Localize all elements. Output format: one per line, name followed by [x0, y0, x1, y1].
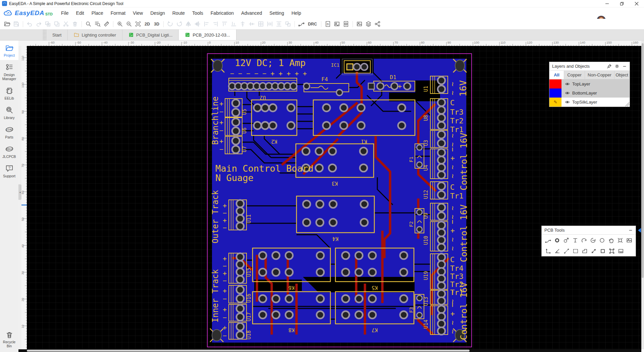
menu-format[interactable]: Format [107, 8, 129, 18]
pcbtool-circle-button[interactable] [598, 236, 607, 245]
pad[interactable] [438, 156, 445, 164]
pad[interactable] [317, 311, 324, 318]
pad[interactable] [236, 268, 244, 276]
tool-align-bottom-button[interactable] [229, 20, 238, 28]
silkscreen-text[interactable]: ~ ~ + − [448, 220, 457, 251]
silkscreen-text[interactable]: K3 [332, 180, 338, 186]
tool-merge-grid-button[interactable] [256, 20, 265, 28]
pad[interactable] [342, 269, 349, 276]
tool-route-button[interactable] [297, 20, 306, 28]
pad[interactable] [285, 311, 293, 318]
pad[interactable] [361, 200, 368, 208]
silkscreen-text[interactable]: − [223, 313, 227, 321]
pad[interactable] [369, 295, 376, 302]
pcb-tools-header[interactable]: PCB Tools [542, 226, 636, 235]
sidebar-item-design-manager[interactable]: Design Manager [0, 60, 18, 83]
silkscreen-text[interactable]: U11 [246, 214, 252, 223]
pad[interactable] [254, 104, 261, 111]
tool-align-top-button[interactable] [220, 20, 229, 28]
close-button[interactable] [629, 0, 644, 7]
pin-icon[interactable] [607, 64, 612, 69]
pad[interactable] [287, 122, 294, 129]
pad[interactable] [417, 210, 422, 215]
pcbtool-track-button[interactable] [544, 236, 553, 245]
silkscreen-text[interactable]: Inner Track [211, 269, 220, 322]
silkscreen-text[interactable]: K2 [271, 138, 277, 144]
silkscreen-text[interactable]: F3 [409, 307, 414, 313]
silkscreen-text[interactable]: K4 [332, 236, 338, 242]
pad[interactable] [236, 323, 244, 331]
silkscreen-text[interactable]: K6 [288, 285, 294, 291]
pad[interactable] [316, 219, 324, 226]
pad[interactable] [438, 268, 445, 275]
menu-route[interactable]: Route [169, 8, 189, 18]
pad[interactable] [232, 109, 239, 116]
tab-pcb-digital-ligti-[interactable]: PCB_Digital Ligti... [122, 30, 179, 40]
silkscreen-text[interactable]: + [223, 287, 227, 295]
tool-flip-h-button[interactable] [184, 20, 193, 28]
pad[interactable] [303, 200, 310, 208]
pad[interactable] [329, 219, 337, 226]
menu-setting[interactable]: Setting [266, 8, 288, 18]
layers-panel-header[interactable]: Layers and Objects [549, 62, 630, 71]
tool-image-export-button[interactable] [355, 20, 364, 28]
tool-bom-doc-button[interactable]: B [323, 20, 332, 28]
silkscreen-text[interactable]: U6 [241, 127, 248, 133]
silkscreen-text[interactable]: − [223, 332, 227, 340]
pad[interactable] [438, 85, 445, 93]
sidebar-item-support[interactable]: ?Support [0, 161, 18, 181]
pad[interactable] [262, 104, 269, 111]
pad[interactable] [438, 114, 445, 122]
tool-find-filter-button[interactable] [93, 20, 102, 28]
pad[interactable] [398, 122, 406, 129]
pad[interactable] [438, 236, 445, 244]
tool-measure-board-button[interactable] [102, 20, 111, 28]
tool-zoom-fit-button[interactable] [133, 20, 143, 28]
collapse-panel-icon[interactable] [622, 64, 627, 69]
silkscreen-text[interactable]: U10 [423, 236, 429, 245]
pad[interactable] [438, 77, 445, 84]
pad[interactable] [360, 164, 367, 172]
silkscreen-text[interactable]: K7 [372, 327, 378, 333]
pad[interactable] [438, 327, 445, 335]
pad[interactable] [303, 219, 310, 226]
pad[interactable] [355, 252, 363, 259]
pad[interactable] [323, 122, 330, 129]
pcbtool-text-button[interactable] [571, 236, 580, 245]
pad[interactable] [398, 104, 406, 111]
pad[interactable] [232, 127, 239, 135]
tab-pcb-2020-12-03-[interactable]: PCB_2020-12-03... [179, 30, 236, 40]
tool-undo-button[interactable] [25, 20, 34, 28]
pad[interactable] [357, 104, 365, 111]
sidebar-collapse-handle[interactable]: ◂ [18, 184, 21, 200]
pad[interactable] [438, 275, 445, 282]
silkscreen-text[interactable]: U18 [246, 330, 252, 339]
pad[interactable] [236, 200, 244, 207]
tool-zoom-out-button[interactable] [124, 20, 133, 28]
menu-tools[interactable]: Tools [189, 8, 207, 18]
silkscreen-text[interactable]: + [223, 305, 227, 313]
pad[interactable] [355, 295, 363, 302]
easyeda-logo[interactable]: EasyEDA STD [3, 9, 53, 17]
silkscreen-text[interactable]: 16V [458, 80, 468, 97]
tool-copy-add-button[interactable] [43, 20, 52, 28]
right-panel-expand-arrow[interactable] [638, 228, 641, 233]
layer-color-swatch[interactable]: ✎ [549, 98, 561, 107]
silkscreen-text[interactable]: U9 [423, 213, 429, 219]
menu-design[interactable]: Design [147, 8, 169, 18]
pad[interactable] [438, 313, 445, 320]
silkscreen-text[interactable]: ~ ~ [448, 82, 457, 95]
silkscreen-text[interactable]: − [219, 108, 223, 116]
pad[interactable] [342, 295, 349, 302]
pad[interactable] [438, 261, 445, 268]
menu-place[interactable]: Place [88, 8, 107, 18]
pad[interactable] [329, 164, 336, 172]
pad[interactable] [438, 182, 445, 190]
silkscreen-text[interactable]: − [219, 145, 223, 153]
silkscreen-text[interactable]: U12 [423, 190, 429, 199]
pcbtool-keepout-button[interactable] [615, 236, 625, 245]
silkscreen-text[interactable]: K8 [288, 327, 294, 333]
pad[interactable] [340, 122, 347, 129]
pad[interactable] [438, 149, 445, 156]
pad[interactable] [438, 107, 445, 114]
